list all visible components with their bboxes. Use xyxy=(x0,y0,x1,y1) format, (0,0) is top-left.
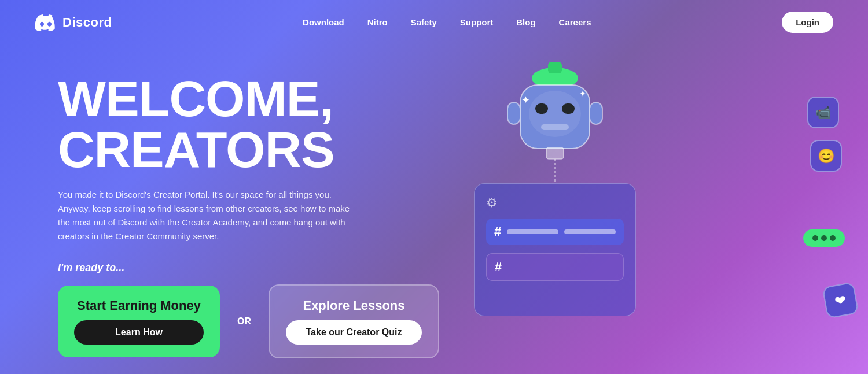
login-button[interactable]: Login xyxy=(782,12,833,33)
channel-row-1: # xyxy=(486,219,624,245)
svg-rect-8 xyxy=(562,103,575,114)
earn-money-card[interactable]: Start Earning Money Learn How xyxy=(58,286,220,357)
page-wrapper: Discord Download Nitro Safety Support Bl… xyxy=(0,0,868,374)
brand-name: Discord xyxy=(62,15,112,30)
nav-support[interactable]: Support xyxy=(460,17,494,27)
ready-label: I'm ready to... xyxy=(58,262,439,274)
video-icon: 📹 xyxy=(807,97,839,128)
hash-icon-2: # xyxy=(495,260,502,275)
creator-quiz-button[interactable]: Take our Creator Quiz xyxy=(286,320,422,345)
channel-row-2: # xyxy=(486,253,624,281)
discord-ui-panel: ⚙ # # xyxy=(474,183,636,316)
hero-title: WELCOME, CREATORS xyxy=(58,73,439,175)
nav-links: Download Nitro Safety Support Blog Caree… xyxy=(303,17,591,28)
hero-illustration: ✦ ✦ ⚙ # # xyxy=(462,62,833,362)
discord-logo-icon xyxy=(35,14,57,31)
settings-gear-icon: ⚙ xyxy=(486,195,624,210)
nav-blog[interactable]: Blog xyxy=(516,17,535,27)
svg-text:✦: ✦ xyxy=(521,94,530,106)
explore-lessons-card[interactable]: Explore Lessons Take our Creator Quiz xyxy=(269,284,439,358)
nav-nitro[interactable]: Nitro xyxy=(367,17,388,27)
svg-rect-4 xyxy=(590,102,602,124)
hero-content: WELCOME, CREATORS You made it to Discord… xyxy=(58,62,439,358)
dot-2 xyxy=(821,235,827,241)
svg-rect-12 xyxy=(546,147,564,159)
explore-lessons-title: Explore Lessons xyxy=(303,298,404,313)
cta-row: Start Earning Money Learn How OR Explore… xyxy=(58,284,439,358)
nav-safety[interactable]: Safety xyxy=(411,17,437,27)
or-divider: OR xyxy=(237,316,251,327)
hash-icon-1: # xyxy=(494,224,501,239)
discord-bot-robot: ✦ ✦ xyxy=(491,62,619,201)
dot-3 xyxy=(830,235,836,241)
svg-text:✦: ✦ xyxy=(579,89,586,98)
learn-how-button[interactable]: Learn How xyxy=(74,320,204,345)
svg-rect-2 xyxy=(548,62,562,73)
heart-icon: ❤ xyxy=(822,282,859,319)
earn-money-title: Start Earning Money xyxy=(77,298,201,313)
navbar: Discord Download Nitro Safety Support Bl… xyxy=(0,0,868,45)
dot-1 xyxy=(812,235,818,241)
channel-line-short xyxy=(507,229,558,234)
svg-rect-7 xyxy=(535,103,548,114)
hero-subtitle: You made it to Discord's Creator Portal.… xyxy=(58,188,359,243)
emoji-icon: 😊 xyxy=(810,140,842,172)
channel-line-long xyxy=(564,229,616,234)
logo-area: Discord xyxy=(35,14,112,31)
typing-dots xyxy=(803,229,845,247)
svg-rect-11 xyxy=(541,124,569,130)
svg-rect-3 xyxy=(507,102,520,124)
hero-section: WELCOME, CREATORS You made it to Discord… xyxy=(0,45,868,374)
nav-careers[interactable]: Careers xyxy=(559,17,591,27)
nav-download[interactable]: Download xyxy=(303,17,344,27)
